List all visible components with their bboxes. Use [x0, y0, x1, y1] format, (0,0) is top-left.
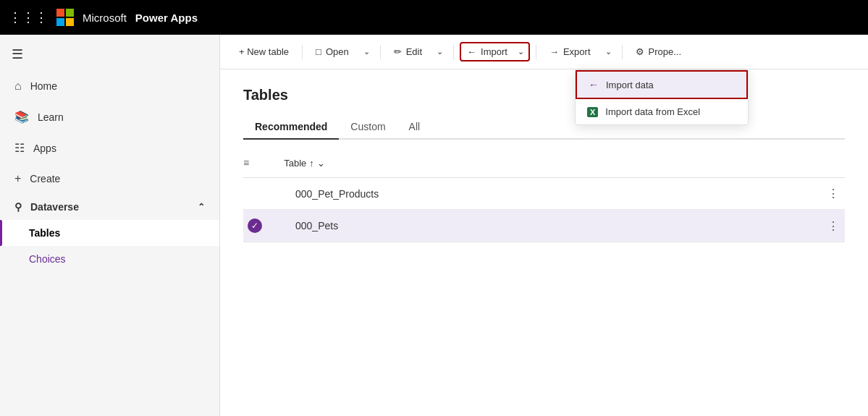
tab-custom[interactable]: Custom	[339, 115, 397, 140]
sidebar-label-choices: Choices	[29, 253, 66, 265]
new-table-label: + New table	[239, 46, 289, 57]
top-nav: ⋮⋮⋮ Microsoft Power Apps	[0, 0, 868, 35]
divider-4	[536, 45, 536, 59]
company-name: Microsoft	[83, 12, 127, 24]
dropdown-item-import-data[interactable]: ← Import data	[576, 70, 748, 99]
table-row: 000_Pet_Products ⋮	[243, 178, 845, 210]
import-icon: ←	[467, 46, 476, 57]
ms-logo	[56, 9, 74, 26]
row-checkbox-2[interactable]: ✓	[243, 218, 266, 233]
waffle-icon[interactable]: ⋮⋮⋮	[9, 9, 48, 25]
import-data-icon: ←	[589, 79, 599, 90]
import-caret[interactable]: ⌄	[513, 44, 528, 59]
main-layout: ☰ ⌂ Home 📚 Learn ☷ Apps + Create ⚲ Datav…	[0, 35, 868, 416]
create-icon: +	[14, 172, 21, 185]
sidebar-label-apps: Apps	[33, 143, 56, 154]
export-caret[interactable]: ⌄	[601, 43, 616, 61]
import-label: Import	[481, 46, 507, 57]
hamburger-icon[interactable]: ☰	[12, 47, 23, 61]
table-row: ✓ 000_Pets ⋮	[243, 210, 845, 242]
import-excel-label: Import data from Excel	[605, 106, 700, 117]
properties-icon: ⚙	[636, 46, 644, 57]
home-icon: ⌂	[14, 80, 22, 93]
open-icon: □	[316, 46, 321, 57]
divider-1	[302, 45, 303, 59]
content-area: + New table □ Open ⌄ ✏ Edit ⌄ ← Import ⌄	[220, 35, 868, 416]
divider-3	[453, 45, 454, 59]
export-label: Export	[563, 46, 591, 57]
divider-2	[380, 45, 381, 59]
sort-asc-icon: ↑	[309, 158, 314, 169]
table-column-header: ≡ Table ↑ ⌄	[243, 148, 845, 178]
sidebar-top: ☰	[0, 41, 219, 68]
import-dropdown: ← Import data X Import data from Excel	[575, 69, 749, 125]
row-name-2: 000_Pets	[266, 220, 822, 232]
product-name: Power Apps	[135, 12, 198, 24]
row-menu-1[interactable]: ⋮	[822, 187, 845, 200]
edit-label: Edit	[406, 46, 422, 57]
sidebar: ☰ ⌂ Home 📚 Learn ☷ Apps + Create ⚲ Datav…	[0, 35, 220, 416]
sort-caret-icon: ⌄	[317, 158, 325, 169]
import-data-label: Import data	[606, 80, 654, 90]
properties-label: Prope...	[649, 46, 682, 57]
sidebar-label-dataverse: Dataverse	[30, 201, 79, 213]
sidebar-item-apps[interactable]: ☷ Apps	[0, 132, 219, 164]
divider-5	[622, 45, 623, 59]
sidebar-label-tables: Tables	[29, 227, 60, 239]
edit-icon: ✏	[394, 46, 402, 57]
edit-button[interactable]: ✏ Edit	[387, 42, 429, 61]
page-title: Tables	[243, 87, 845, 103]
chevron-up-icon: ⌃	[198, 202, 205, 212]
toolbar: + New table □ Open ⌄ ✏ Edit ⌄ ← Import ⌄	[220, 35, 868, 69]
row-name-1: 000_Pet_Products	[266, 188, 822, 200]
sidebar-item-learn[interactable]: 📚 Learn	[0, 101, 219, 132]
check-icon: ✓	[248, 218, 262, 233]
sidebar-label-home: Home	[30, 80, 57, 92]
new-table-button[interactable]: + New table	[232, 42, 296, 61]
dataverse-icon: ⚲	[14, 201, 22, 213]
apps-icon: ☷	[14, 141, 25, 155]
excel-icon: X	[587, 107, 598, 117]
export-button[interactable]: → Export	[542, 42, 598, 61]
import-button[interactable]: ← Import	[461, 43, 513, 60]
learn-icon: 📚	[14, 110, 29, 124]
table-column-label[interactable]: Table ↑ ⌄	[284, 158, 325, 169]
sidebar-label-learn: Learn	[38, 111, 64, 123]
row-menu-2[interactable]: ⋮	[822, 219, 845, 233]
properties-button[interactable]: ⚙ Prope...	[628, 42, 689, 61]
sidebar-item-home[interactable]: ⌂ Home	[0, 71, 219, 101]
sidebar-item-create[interactable]: + Create	[0, 164, 219, 194]
export-icon: →	[549, 46, 559, 57]
sidebar-item-dataverse[interactable]: ⚲ Dataverse ⌃	[0, 194, 219, 220]
sidebar-item-choices[interactable]: Choices	[0, 246, 219, 272]
sidebar-label-create: Create	[30, 173, 60, 184]
dropdown-item-import-excel[interactable]: X Import data from Excel	[576, 99, 748, 124]
column-sort-icon: ≡	[243, 157, 249, 169]
tab-recommended[interactable]: Recommended	[243, 115, 339, 140]
tab-all[interactable]: All	[397, 115, 432, 140]
import-group: ← Import ⌄	[460, 42, 530, 61]
tabs: Recommended Custom All	[243, 115, 845, 140]
edit-caret[interactable]: ⌄	[432, 43, 447, 61]
open-label: Open	[326, 46, 349, 57]
open-button[interactable]: □ Open	[308, 42, 356, 61]
page-content: Tables Recommended Custom All ≡ Table	[220, 69, 868, 416]
sidebar-item-tables[interactable]: Tables	[0, 220, 219, 246]
open-caret[interactable]: ⌄	[359, 43, 374, 61]
